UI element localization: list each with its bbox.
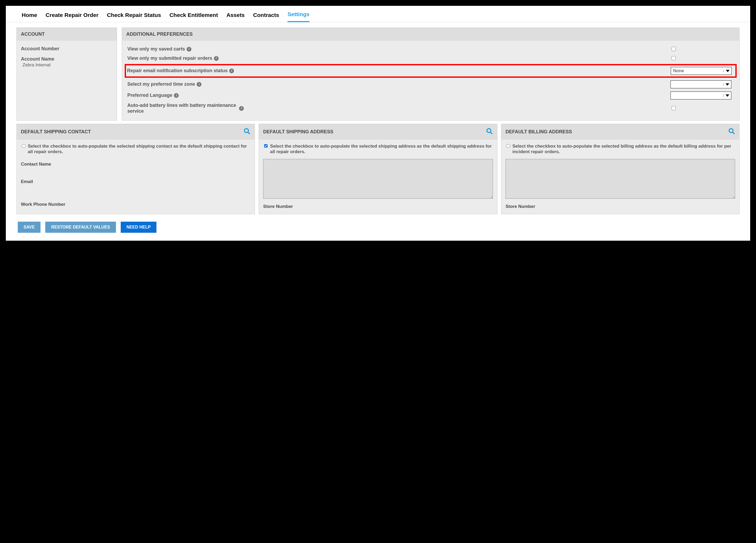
- info-icon[interactable]: i: [214, 56, 219, 61]
- highlighted-row: Repair email notification subscription s…: [125, 64, 737, 78]
- email-label: Email: [21, 179, 250, 184]
- search-icon[interactable]: [728, 128, 735, 136]
- search-icon[interactable]: [486, 128, 493, 136]
- billing-store-number-label: Store Number: [506, 204, 735, 209]
- info-icon[interactable]: i: [197, 82, 201, 87]
- info-icon[interactable]: i: [229, 69, 234, 73]
- contact-name-label: Contact Name: [21, 162, 250, 167]
- shipping-address-checkbox[interactable]: [264, 144, 268, 148]
- svg-point-2: [487, 129, 491, 133]
- svg-point-4: [729, 129, 733, 133]
- pref-view-carts-checkbox[interactable]: [672, 47, 676, 51]
- nav-assets[interactable]: Assets: [226, 12, 245, 22]
- billing-address-textarea[interactable]: [506, 159, 735, 199]
- need-help-button[interactable]: NEED HELP: [121, 222, 157, 233]
- shipping-contact-title: DEFAULT SHIPPING CONTACT: [21, 129, 91, 135]
- svg-line-5: [732, 132, 735, 134]
- shipping-address-textarea[interactable]: [263, 159, 493, 199]
- svg-line-1: [248, 132, 250, 134]
- nav-contracts[interactable]: Contracts: [253, 12, 279, 22]
- svg-point-0: [245, 129, 249, 133]
- shipping-store-number-label: Store Number: [263, 204, 493, 209]
- pref-language-select[interactable]: [670, 92, 731, 100]
- account-panel-title: ACCOUNT: [17, 28, 117, 41]
- info-icon[interactable]: i: [174, 93, 179, 98]
- shipping-contact-checkbox[interactable]: [22, 144, 25, 148]
- pref-timezone-label: Select my preferred time zone: [127, 82, 195, 87]
- pref-email-sub-label: Repair email notification subscription s…: [127, 68, 228, 74]
- restore-defaults-button[interactable]: RESTORE DEFAULT VALUES: [45, 222, 116, 233]
- svg-line-3: [490, 132, 492, 134]
- shipping-contact-panel: DEFAULT SHIPPING CONTACT Select the chec…: [16, 124, 255, 214]
- pref-view-carts-label: View only my saved carts: [127, 46, 185, 52]
- save-button[interactable]: SAVE: [18, 222, 41, 233]
- billing-address-cb-text: Select the checkbox to auto-populate the…: [512, 143, 735, 155]
- chevron-down-icon: [723, 70, 731, 72]
- pref-timezone-select[interactable]: [670, 80, 731, 88]
- chevron-down-icon: [723, 83, 731, 86]
- info-icon[interactable]: i: [187, 47, 191, 52]
- nav-home[interactable]: Home: [22, 12, 37, 22]
- nav-check-entitlement[interactable]: Check Entitlement: [169, 12, 218, 22]
- info-icon[interactable]: i: [239, 106, 244, 111]
- account-panel: ACCOUNT Account Number Account Name Zebr…: [16, 28, 117, 121]
- pref-battery-checkbox[interactable]: [672, 106, 676, 110]
- billing-address-title: DEFAULT BILLING ADDRESS: [506, 129, 572, 135]
- pref-language-label: Preferred Language: [127, 93, 172, 98]
- account-name-label: Account Name: [21, 56, 113, 62]
- chevron-down-icon: [723, 94, 731, 97]
- preferences-panel-title: ADDITIONAL PREFERENCES: [122, 28, 739, 41]
- pref-email-sub-value: None: [671, 68, 723, 74]
- billing-address-panel: DEFAULT BILLING ADDRESS Select the check…: [501, 124, 740, 214]
- shipping-address-cb-text: Select the checkbox to auto-populate the…: [270, 143, 493, 155]
- search-icon[interactable]: [244, 128, 250, 136]
- nav-create-repair-order[interactable]: Create Repair Order: [46, 12, 98, 22]
- nav-check-repair-status[interactable]: Check Repair Status: [107, 12, 161, 22]
- account-name-value: Zebra Internal: [23, 62, 113, 68]
- pref-battery-label: Auto-add battery lines with battery main…: [127, 103, 237, 114]
- top-nav: Home Create Repair Order Check Repair St…: [6, 6, 750, 22]
- account-number-label: Account Number: [21, 46, 113, 52]
- billing-address-checkbox[interactable]: [507, 144, 510, 148]
- preferences-panel: ADDITIONAL PREFERENCES View only my save…: [122, 28, 740, 121]
- shipping-address-panel: DEFAULT SHIPPING ADDRESS Select the chec…: [259, 124, 497, 214]
- work-phone-label: Work Phone Number: [21, 202, 250, 207]
- pref-view-orders-label: View only my submitted repair orders: [127, 56, 212, 61]
- pref-email-sub-select[interactable]: None: [671, 67, 732, 75]
- shipping-address-title: DEFAULT SHIPPING ADDRESS: [263, 129, 333, 135]
- pref-view-orders-checkbox[interactable]: [672, 56, 676, 60]
- shipping-contact-cb-text: Select the checkbox to auto-populate the…: [28, 143, 250, 155]
- nav-settings[interactable]: Settings: [287, 11, 309, 22]
